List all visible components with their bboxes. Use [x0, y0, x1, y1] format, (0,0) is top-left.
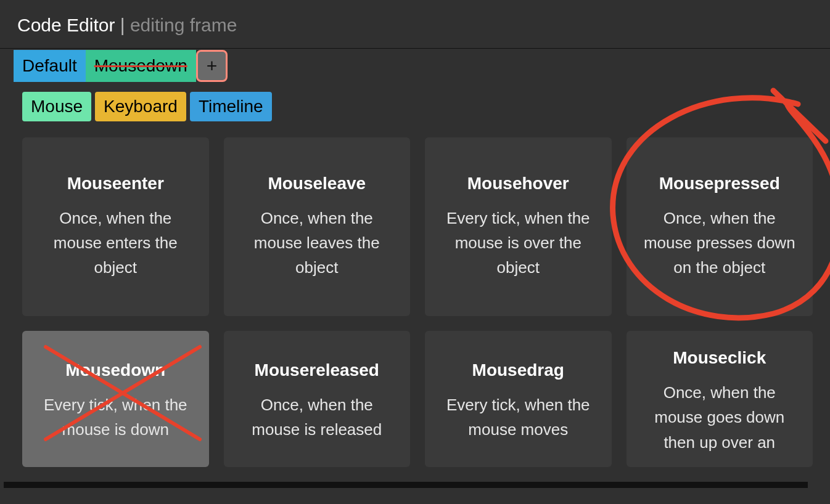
event-title: Mousereleased	[237, 360, 397, 380]
event-desc: Once, when the mouse goes down then up o…	[640, 380, 800, 455]
event-card-mousedown[interactable]: Mousedown Every tick, when the mouse is …	[22, 331, 209, 467]
add-tab-button[interactable]: +	[196, 50, 228, 82]
event-title: Mousedrag	[438, 360, 598, 380]
event-title: Mousepressed	[640, 174, 800, 193]
event-card-mousereleased[interactable]: Mousereleased Once, when the mouse is re…	[224, 331, 411, 467]
event-card-mouseenter[interactable]: Mouseenter Once, when the mouse enters t…	[22, 137, 209, 316]
title-bar: Code Editor | editing frame	[0, 0, 830, 49]
title-main: Code Editor	[17, 15, 115, 35]
title-sub: editing frame	[130, 15, 237, 35]
category-timeline[interactable]: Timeline	[190, 92, 272, 121]
event-title: Mousedown	[36, 360, 195, 380]
event-category-tabs: Mouse Keyboard Timeline	[0, 82, 830, 121]
category-keyboard[interactable]: Keyboard	[95, 92, 186, 121]
event-desc: Once, when the mouse is released	[237, 392, 397, 442]
event-cards-row-2: Mousedown Every tick, when the mouse is …	[22, 331, 813, 467]
event-cards-panel: Mouseenter Once, when the mouse enters t…	[22, 137, 813, 467]
event-title: Mouseclick	[640, 348, 800, 368]
event-card-mouseclick[interactable]: Mouseclick Once, when the mouse goes dow…	[627, 331, 813, 467]
event-card-mousedrag[interactable]: Mousedrag Every tick, when the mouse mov…	[425, 331, 612, 467]
event-desc: Once, when the mouse presses down on the…	[640, 206, 800, 280]
tab-default[interactable]: Default	[14, 50, 86, 82]
event-title: Mouseenter	[36, 174, 195, 193]
title-separator: |	[115, 15, 129, 35]
event-desc: Every tick, when the mouse moves	[438, 392, 598, 442]
event-desc: Once, when the mouse leaves the object	[237, 206, 397, 280]
event-title: Mousehover	[438, 174, 598, 193]
category-mouse[interactable]: Mouse	[22, 92, 91, 121]
tab-mousedown[interactable]: Mousedown	[86, 50, 196, 82]
event-cards-row-1: Mouseenter Once, when the mouse enters t…	[22, 137, 813, 316]
event-desc: Every tick, when the mouse is over the o…	[438, 206, 598, 280]
event-desc: Every tick, when the mouse is down	[36, 392, 195, 442]
event-desc: Once, when the mouse enters the object	[36, 206, 195, 280]
event-card-mouseleave[interactable]: Mouseleave Once, when the mouse leaves t…	[224, 137, 411, 316]
event-card-mousepressed[interactable]: Mousepressed Once, when the mouse presse…	[627, 137, 813, 316]
event-card-mousehover[interactable]: Mousehover Every tick, when the mouse is…	[425, 137, 612, 316]
bottom-shadow	[4, 482, 808, 488]
event-title: Mouseleave	[237, 174, 397, 193]
script-tabs: Default Mousedown +	[0, 50, 830, 82]
